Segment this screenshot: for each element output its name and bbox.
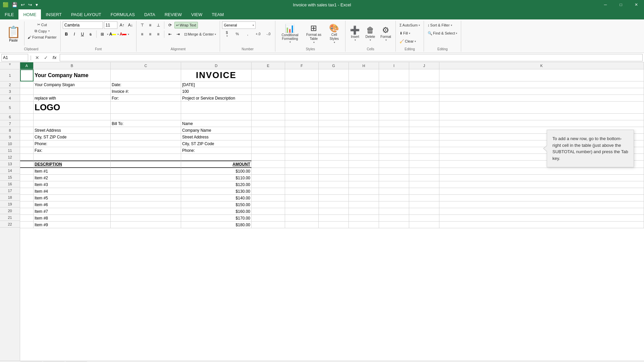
row-header-10[interactable]: 10 [0, 140, 20, 147]
cell-k15[interactable] [439, 175, 644, 181]
cell-e5[interactable] [252, 102, 285, 114]
align-left-btn[interactable]: ≡ [139, 31, 146, 38]
cell-j22[interactable] [409, 222, 439, 228]
cell-c14[interactable] [111, 168, 181, 175]
cell-i3[interactable] [379, 88, 409, 95]
undo-btn[interactable]: ↩ [19, 1, 26, 8]
decrease-font-btn[interactable]: A↓ [127, 21, 134, 29]
cell-e6[interactable] [252, 114, 285, 120]
cell-g13[interactable] [319, 161, 349, 168]
cell-f18[interactable] [285, 195, 319, 201]
cell-styles-button[interactable]: 🎨 Cell Styles ▾ [325, 22, 343, 46]
conditional-formatting-button[interactable]: 📊 Conditional Formatting ▾ [277, 22, 302, 45]
cell-d14[interactable]: $100.00 [181, 168, 252, 175]
cell-j19[interactable] [409, 201, 439, 208]
fill-color-btn[interactable]: A [109, 31, 116, 38]
cell-b13[interactable]: DESCRIPTION [34, 161, 111, 168]
cell-d8[interactable]: Company Name [181, 127, 252, 134]
cell-c8[interactable] [111, 127, 181, 134]
window-controls[interactable]: ─ □ ✕ [598, 0, 644, 9]
cell-h15[interactable] [349, 175, 379, 181]
cell-a16[interactable] [20, 181, 34, 188]
menu-data[interactable]: DATA [140, 9, 160, 19]
cell-c20[interactable] [111, 208, 181, 215]
cell-g6[interactable] [319, 114, 349, 120]
cell-f12[interactable] [285, 154, 319, 161]
cell-d11[interactable]: Phone: [181, 147, 252, 154]
cell-b4[interactable]: replace with [34, 95, 111, 102]
menu-file[interactable]: FILE [0, 9, 18, 19]
cell-i9[interactable] [379, 134, 409, 140]
cell-d20[interactable]: $160.00 [181, 208, 252, 215]
cell-d22[interactable]: $180.00 [181, 222, 252, 228]
cell-h11[interactable] [349, 147, 379, 154]
formula-input[interactable] [60, 54, 643, 61]
autosum-button[interactable]: Σ AutoSum ▾ [398, 21, 422, 29]
cell-k17[interactable] [439, 188, 644, 195]
col-header-e[interactable]: E [252, 62, 285, 69]
cell-e17[interactable] [252, 188, 285, 195]
italic-btn[interactable]: I [71, 31, 78, 38]
select-all-corner[interactable]: ▼ [0, 62, 20, 69]
col-header-i[interactable]: I [379, 62, 409, 69]
cell-f17[interactable] [285, 188, 319, 195]
cell-j11[interactable] [409, 147, 439, 154]
row-header-17[interactable]: 17 [0, 187, 20, 194]
row-header-18[interactable]: 18 [0, 194, 20, 201]
bold-btn[interactable]: B [63, 31, 70, 38]
cell-c9[interactable] [111, 134, 181, 140]
cell-g15[interactable] [319, 175, 349, 181]
cell-j17[interactable] [409, 188, 439, 195]
cell-b10[interactable]: Phone: [34, 140, 111, 147]
cell-k14[interactable] [439, 168, 644, 175]
row-header-9[interactable]: 9 [0, 134, 20, 140]
cell-d15[interactable]: $110.00 [181, 175, 252, 181]
cell-b7[interactable] [34, 120, 111, 127]
cell-e8[interactable] [252, 127, 285, 134]
cell-h2[interactable] [349, 81, 379, 88]
col-header-f[interactable]: F [285, 62, 319, 69]
cell-d9[interactable]: Street Address [181, 134, 252, 140]
cell-j7[interactable] [409, 120, 439, 127]
cell-c22[interactable] [111, 222, 181, 228]
row-header-6[interactable]: 6 [0, 114, 20, 120]
cell-d2[interactable]: [DATE] [181, 81, 252, 88]
menu-home[interactable]: HOME [18, 9, 41, 19]
cell-f16[interactable] [285, 181, 319, 188]
cell-e4[interactable] [252, 95, 285, 102]
cell-e18[interactable] [252, 195, 285, 201]
cell-j5[interactable] [409, 102, 439, 114]
menu-formulas[interactable]: FORMULAS [106, 9, 140, 19]
row-header-5[interactable]: 5 [0, 102, 20, 114]
format-as-table-button[interactable]: ⊞ Format as Table ▾ [303, 22, 324, 46]
cell-e2[interactable] [252, 81, 285, 88]
cell-f9[interactable] [285, 134, 319, 140]
cell-b16[interactable]: Item #3 [34, 181, 111, 188]
cell-k19[interactable] [439, 201, 644, 208]
merge-center-button[interactable]: ⊡ Merge & Center ▾ [182, 31, 218, 38]
maximize-btn[interactable]: □ [613, 0, 629, 9]
cell-k4[interactable] [439, 95, 644, 102]
cell-h3[interactable] [349, 88, 379, 95]
cell-d18[interactable]: $140.00 [181, 195, 252, 201]
cell-a11[interactable] [20, 147, 34, 154]
cell-e14[interactable] [252, 168, 285, 175]
cell-b20[interactable]: Item #7 [34, 208, 111, 215]
cell-k20[interactable] [439, 208, 644, 215]
cell-e20[interactable] [252, 208, 285, 215]
copy-button[interactable]: ⧉ Copy ▾ [26, 28, 58, 34]
paste-button[interactable]: 📋 Paste [4, 24, 23, 43]
row-header-21[interactable]: 21 [0, 214, 20, 221]
cell-a3[interactable] [20, 88, 34, 95]
cell-i4[interactable] [379, 95, 409, 102]
cell-b18[interactable]: Item #5 [34, 195, 111, 201]
cell-a12[interactable] [20, 154, 34, 161]
cell-h10[interactable] [349, 140, 379, 147]
col-header-d[interactable]: D [181, 62, 252, 69]
cell-a13[interactable] [20, 161, 34, 168]
cell-d16[interactable]: $120.00 [181, 181, 252, 188]
cell-i8[interactable] [379, 127, 409, 134]
cell-g14[interactable] [319, 168, 349, 175]
cell-d19[interactable]: $150.00 [181, 201, 252, 208]
cell-e21[interactable] [252, 215, 285, 222]
